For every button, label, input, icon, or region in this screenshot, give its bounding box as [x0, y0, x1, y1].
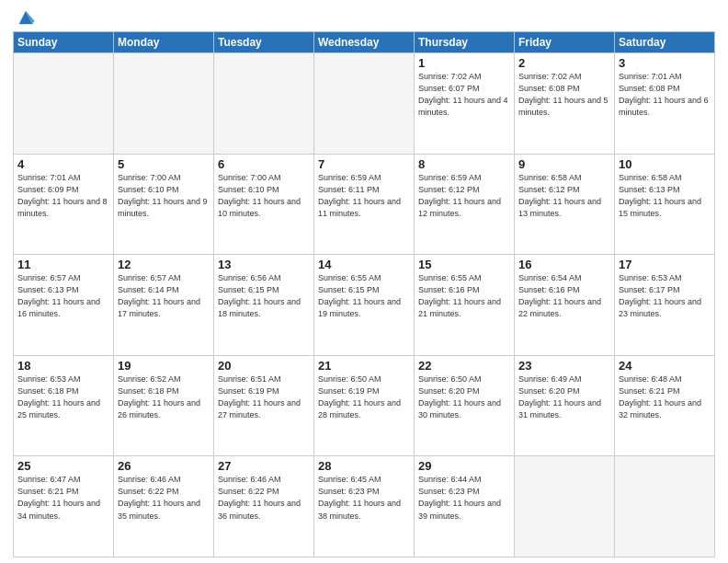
sun-info: Sunrise: 7:02 AMSunset: 6:07 PMDaylight:…	[418, 71, 510, 119]
day-number: 8	[418, 157, 510, 171]
sun-info: Sunrise: 7:00 AMSunset: 6:10 PMDaylight:…	[218, 172, 310, 220]
calendar-cell: 24Sunrise: 6:48 AMSunset: 6:21 PMDayligh…	[615, 355, 715, 456]
day-header-friday: Friday	[515, 32, 615, 53]
day-number: 9	[518, 157, 610, 171]
day-number: 17	[619, 258, 711, 271]
sun-info: Sunrise: 6:59 AMSunset: 6:12 PMDaylight:…	[418, 172, 510, 220]
calendar-cell: 29Sunrise: 6:44 AMSunset: 6:23 PMDayligh…	[415, 456, 515, 557]
sun-info: Sunrise: 6:46 AMSunset: 6:22 PMDaylight:…	[218, 474, 310, 522]
sun-info: Sunrise: 6:48 AMSunset: 6:21 PMDaylight:…	[619, 373, 711, 421]
calendar-table: SundayMondayTuesdayWednesdayThursdayFrid…	[13, 31, 715, 557]
day-number: 18	[17, 359, 109, 373]
day-number: 2	[518, 56, 610, 70]
logo-icon	[16, 7, 36, 28]
calendar-cell: 26Sunrise: 6:46 AMSunset: 6:22 PMDayligh…	[114, 456, 214, 557]
calendar-cell: 12Sunrise: 6:57 AMSunset: 6:14 PMDayligh…	[114, 255, 214, 356]
day-number: 7	[318, 157, 410, 171]
sun-info: Sunrise: 6:50 AMSunset: 6:20 PMDaylight:…	[418, 373, 510, 421]
calendar-cell: 21Sunrise: 6:50 AMSunset: 6:19 PMDayligh…	[314, 355, 415, 456]
day-number: 3	[619, 56, 711, 70]
calendar-cell: 11Sunrise: 6:57 AMSunset: 6:13 PMDayligh…	[14, 255, 114, 356]
sun-info: Sunrise: 7:01 AMSunset: 6:09 PMDaylight:…	[17, 172, 109, 220]
day-header-wednesday: Wednesday	[314, 32, 415, 53]
day-number: 29	[418, 459, 510, 473]
calendar-cell: 18Sunrise: 6:53 AMSunset: 6:18 PMDayligh…	[14, 355, 114, 456]
day-number: 6	[218, 157, 310, 171]
calendar-cell: 15Sunrise: 6:55 AMSunset: 6:16 PMDayligh…	[415, 255, 515, 356]
calendar-cell: 1Sunrise: 7:02 AMSunset: 6:07 PMDaylight…	[415, 53, 515, 155]
day-number: 26	[118, 459, 210, 473]
calendar-cell	[515, 456, 615, 557]
day-number: 1	[418, 56, 510, 70]
day-number: 21	[318, 359, 410, 373]
sun-info: Sunrise: 6:58 AMSunset: 6:13 PMDaylight:…	[619, 172, 711, 220]
sun-info: Sunrise: 6:57 AMSunset: 6:13 PMDaylight:…	[17, 272, 109, 320]
day-header-saturday: Saturday	[615, 32, 715, 53]
calendar-week-2: 4Sunrise: 7:01 AMSunset: 6:09 PMDaylight…	[14, 154, 715, 255]
day-number: 15	[418, 258, 510, 271]
calendar-cell: 17Sunrise: 6:53 AMSunset: 6:17 PMDayligh…	[615, 255, 715, 356]
calendar-week-1: 1Sunrise: 7:02 AMSunset: 6:07 PMDaylight…	[14, 53, 715, 155]
calendar-cell: 3Sunrise: 7:01 AMSunset: 6:08 PMDaylight…	[615, 53, 715, 155]
day-number: 27	[218, 459, 310, 473]
day-number: 14	[318, 258, 410, 271]
calendar-cell: 13Sunrise: 6:56 AMSunset: 6:15 PMDayligh…	[214, 255, 314, 356]
sun-info: Sunrise: 6:49 AMSunset: 6:20 PMDaylight:…	[518, 373, 610, 421]
calendar-cell	[14, 53, 114, 155]
sun-info: Sunrise: 6:52 AMSunset: 6:18 PMDaylight:…	[118, 373, 210, 421]
day-header-monday: Monday	[114, 32, 214, 53]
sun-info: Sunrise: 6:46 AMSunset: 6:22 PMDaylight:…	[118, 474, 210, 522]
sun-info: Sunrise: 6:58 AMSunset: 6:12 PMDaylight:…	[518, 172, 610, 220]
day-header-sunday: Sunday	[14, 32, 114, 53]
calendar-cell	[314, 53, 415, 155]
calendar-cell: 8Sunrise: 6:59 AMSunset: 6:12 PMDaylight…	[415, 154, 515, 255]
sun-info: Sunrise: 6:44 AMSunset: 6:23 PMDaylight:…	[418, 474, 510, 522]
day-number: 10	[619, 157, 711, 171]
day-number: 20	[218, 359, 310, 373]
day-number: 13	[218, 258, 310, 271]
sun-info: Sunrise: 6:54 AMSunset: 6:16 PMDaylight:…	[518, 272, 610, 320]
sun-info: Sunrise: 6:56 AMSunset: 6:15 PMDaylight:…	[218, 272, 310, 320]
calendar-cell: 14Sunrise: 6:55 AMSunset: 6:15 PMDayligh…	[314, 255, 415, 356]
header	[13, 9, 715, 28]
calendar-cell: 5Sunrise: 7:00 AMSunset: 6:10 PMDaylight…	[114, 154, 214, 255]
calendar-cell: 16Sunrise: 6:54 AMSunset: 6:16 PMDayligh…	[515, 255, 615, 356]
calendar-cell: 2Sunrise: 7:02 AMSunset: 6:08 PMDaylight…	[515, 53, 615, 155]
sun-info: Sunrise: 6:59 AMSunset: 6:11 PMDaylight:…	[318, 172, 410, 220]
calendar-header-row: SundayMondayTuesdayWednesdayThursdayFrid…	[14, 32, 715, 53]
calendar-week-5: 25Sunrise: 6:47 AMSunset: 6:21 PMDayligh…	[14, 456, 715, 557]
calendar-cell: 10Sunrise: 6:58 AMSunset: 6:13 PMDayligh…	[615, 154, 715, 255]
calendar-cell: 6Sunrise: 7:00 AMSunset: 6:10 PMDaylight…	[214, 154, 314, 255]
day-number: 19	[118, 359, 210, 373]
day-number: 11	[17, 258, 109, 271]
calendar-cell: 7Sunrise: 6:59 AMSunset: 6:11 PMDaylight…	[314, 154, 415, 255]
day-header-thursday: Thursday	[415, 32, 515, 53]
day-header-tuesday: Tuesday	[214, 32, 314, 53]
day-number: 25	[17, 459, 109, 473]
calendar-cell: 4Sunrise: 7:01 AMSunset: 6:09 PMDaylight…	[14, 154, 114, 255]
sun-info: Sunrise: 6:55 AMSunset: 6:16 PMDaylight:…	[418, 272, 510, 320]
sun-info: Sunrise: 6:53 AMSunset: 6:18 PMDaylight:…	[17, 373, 109, 421]
day-number: 28	[318, 459, 410, 473]
calendar-cell	[615, 456, 715, 557]
calendar-cell: 27Sunrise: 6:46 AMSunset: 6:22 PMDayligh…	[214, 456, 314, 557]
day-number: 12	[118, 258, 210, 271]
page: SundayMondayTuesdayWednesdayThursdayFrid…	[0, 0, 728, 563]
logo	[13, 13, 36, 28]
calendar-cell: 22Sunrise: 6:50 AMSunset: 6:20 PMDayligh…	[415, 355, 515, 456]
sun-info: Sunrise: 6:53 AMSunset: 6:17 PMDaylight:…	[619, 272, 711, 320]
calendar-cell: 9Sunrise: 6:58 AMSunset: 6:12 PMDaylight…	[515, 154, 615, 255]
day-number: 5	[118, 157, 210, 171]
calendar-cell: 19Sunrise: 6:52 AMSunset: 6:18 PMDayligh…	[114, 355, 214, 456]
calendar-week-3: 11Sunrise: 6:57 AMSunset: 6:13 PMDayligh…	[14, 255, 715, 356]
day-number: 16	[518, 258, 610, 271]
sun-info: Sunrise: 6:55 AMSunset: 6:15 PMDaylight:…	[318, 272, 410, 320]
calendar-week-4: 18Sunrise: 6:53 AMSunset: 6:18 PMDayligh…	[14, 355, 715, 456]
calendar-cell	[214, 53, 314, 155]
sun-info: Sunrise: 7:02 AMSunset: 6:08 PMDaylight:…	[518, 71, 610, 119]
day-number: 22	[418, 359, 510, 373]
calendar-cell: 28Sunrise: 6:45 AMSunset: 6:23 PMDayligh…	[314, 456, 415, 557]
sun-info: Sunrise: 6:50 AMSunset: 6:19 PMDaylight:…	[318, 373, 410, 421]
sun-info: Sunrise: 7:00 AMSunset: 6:10 PMDaylight:…	[118, 172, 210, 220]
sun-info: Sunrise: 6:57 AMSunset: 6:14 PMDaylight:…	[118, 272, 210, 320]
